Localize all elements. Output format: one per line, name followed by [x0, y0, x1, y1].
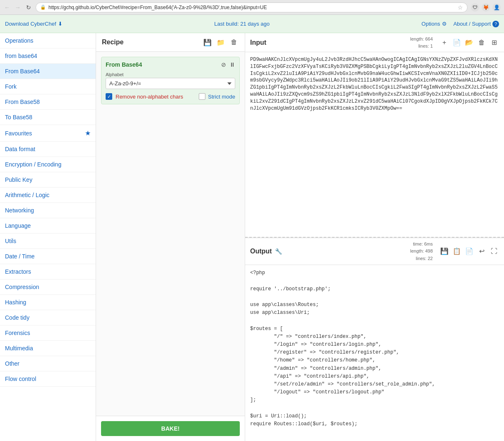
- input-open-button[interactable]: 📄: [452, 38, 462, 48]
- recipe-clear-button[interactable]: 🗑: [229, 37, 239, 47]
- recipe-actions: 💾 📁 🗑: [203, 37, 239, 47]
- sidebar-item-compression[interactable]: Compression: [0, 280, 96, 295]
- forward-button[interactable]: →: [14, 4, 22, 11]
- strict-mode-checkbox[interactable]: [199, 93, 205, 100]
- sidebar-item-multimedia[interactable]: Multimedia: [0, 341, 96, 356]
- browser-chrome: ← → ↻ 🔒 https://gchq.github.io/CyberChef…: [0, 0, 504, 15]
- options-button[interactable]: Options ⚙: [422, 21, 447, 27]
- sidebar-item-date-time[interactable]: Date / Time: [0, 249, 96, 264]
- input-add-button[interactable]: +: [439, 38, 449, 48]
- output-meta: time: 6ms length: 498 lines: 22: [410, 241, 433, 263]
- last-build-text: Last build: 21 days ago: [63, 21, 422, 27]
- output-time-value: 6ms: [424, 241, 433, 246]
- operation-disable-button[interactable]: ⊘: [221, 61, 226, 68]
- sidebar-item-encryption-encoding[interactable]: Encryption / Encoding: [0, 157, 96, 172]
- wrench-icon: 🔧: [275, 248, 282, 255]
- alphabet-select[interactable]: A-Za-z0-9+/= A-Za-z0-9-_= A-Za-z0-9+/: [106, 78, 235, 89]
- download-link[interactable]: Download CyberChef ⬇: [5, 21, 63, 27]
- download-icon: ⬇: [58, 21, 63, 27]
- recipe-header: Recipe 💾 📁 🗑: [96, 33, 245, 52]
- url-text: https://gchq.github.io/CyberChef/#recipe…: [48, 5, 455, 10]
- recipe-panel: Recipe 💾 📁 🗑 From Base64 ⊘ ⏸ Alphabet: [96, 33, 245, 441]
- sidebar-item-hashing[interactable]: Hashing: [0, 295, 96, 310]
- right-panel: Input length: 664 lines: 1 + 📄 📂 🗑 ⊞: [245, 33, 504, 441]
- sidebar-item-arithmetic-logic[interactable]: Arithmetic / Logic: [0, 188, 96, 203]
- sidebar-item-from-base64[interactable]: From Base64: [0, 64, 96, 79]
- sidebar-item-operations[interactable]: Operations: [0, 33, 96, 48]
- bake-button[interactable]: BAKE!: [101, 421, 240, 436]
- top-bar-actions: Options ⚙ About / Support ?: [422, 21, 499, 27]
- alphabet-label: Alphabet: [106, 72, 235, 77]
- browser-action-buttons: 🛡 🦊 👤: [471, 3, 501, 12]
- operation-pause-button[interactable]: ⏸: [229, 61, 235, 68]
- sidebar-item-to-base58[interactable]: To Base58: [0, 110, 96, 125]
- input-section: Input length: 664 lines: 1 + 📄 📂 🗑 ⊞: [245, 33, 504, 238]
- input-clear-button[interactable]: 🗑: [477, 38, 487, 48]
- input-grid-button[interactable]: ⊞: [489, 38, 499, 48]
- sidebar-item-flow-control[interactable]: Flow control: [0, 371, 96, 387]
- input-lines-label: lines:: [418, 43, 429, 48]
- sidebar-item-extractors[interactable]: Extractors: [0, 264, 96, 280]
- sidebar-item-other[interactable]: Other: [0, 356, 96, 371]
- output-time-label: time:: [413, 241, 423, 246]
- top-bar: Download CyberChef ⬇ Last build: 21 days…: [0, 15, 504, 33]
- bookmark-icon[interactable]: ☆: [458, 4, 463, 11]
- output-length-value: 498: [425, 248, 433, 253]
- sidebar-item-from-base58[interactable]: From Base58: [0, 94, 96, 110]
- output-header: Output 🔧 time: 6ms length: 498 lines: 22…: [245, 238, 504, 265]
- sidebar-item-utils[interactable]: Utils: [0, 234, 96, 249]
- input-length-value: 664: [425, 36, 433, 41]
- sidebar-item-from-base64-search[interactable]: from base64: [0, 48, 96, 64]
- lock-icon: 🔒: [40, 5, 46, 10]
- sidebar-item-public-key[interactable]: Public Key: [0, 172, 96, 188]
- extension-btn-1[interactable]: 🛡: [471, 3, 479, 12]
- operation-name: From Base64: [106, 61, 142, 68]
- output-fullscreen-button[interactable]: ⛶: [489, 246, 499, 256]
- sidebar-item-data-format[interactable]: Data format: [0, 142, 96, 157]
- strict-mode-area: Strict mode: [199, 93, 235, 100]
- recipe-load-button[interactable]: 📁: [216, 37, 226, 47]
- help-icon: ?: [492, 21, 499, 27]
- sidebar-item-forensics[interactable]: Forensics: [0, 325, 96, 341]
- output-save-button[interactable]: 💾: [439, 246, 449, 256]
- extension-btn-3[interactable]: 👤: [492, 3, 501, 12]
- recipe-title: Recipe: [102, 39, 123, 46]
- input-actions: + 📄 📂 🗑 ⊞: [439, 38, 499, 48]
- output-lines-value: 22: [428, 256, 433, 261]
- extension-btn-2[interactable]: 🦊: [482, 3, 490, 12]
- output-section: Output 🔧 time: 6ms length: 498 lines: 22…: [245, 238, 504, 441]
- address-bar[interactable]: 🔒 https://gchq.github.io/CyberChef/#reci…: [36, 2, 468, 12]
- output-open-button[interactable]: 📄: [464, 246, 474, 256]
- about-label: About / Support: [453, 21, 491, 27]
- output-copy-button[interactable]: 📋: [452, 246, 462, 256]
- output-undo-button[interactable]: ↩: [477, 246, 487, 256]
- alphabet-field: Alphabet A-Za-z0-9+/= A-Za-z0-9-_= A-Za-…: [106, 72, 235, 89]
- input-textarea[interactable]: PD9waHAKCnJlcXVpcmUgJy4uL2Jvb3RzdHJhcC5w…: [245, 52, 504, 237]
- strict-mode-label: Strict mode: [208, 94, 235, 100]
- back-button[interactable]: ←: [3, 4, 11, 11]
- options-label: Options: [422, 21, 440, 27]
- sidebar-item-networking[interactable]: Networking: [0, 203, 96, 218]
- output-textarea[interactable]: [245, 265, 504, 441]
- sidebar-item-favourites[interactable]: Favourites ★: [0, 125, 96, 142]
- input-length-label: length:: [410, 36, 424, 41]
- input-header: Input length: 664 lines: 1 + 📄 📂 🗑 ⊞: [245, 33, 504, 52]
- sidebar-item-language[interactable]: Language: [0, 218, 96, 234]
- recipe-save-button[interactable]: 💾: [203, 37, 212, 47]
- operation-header-actions: ⊘ ⏸: [221, 61, 235, 68]
- input-title: Input: [250, 39, 266, 46]
- star-icon: ★: [85, 129, 91, 137]
- about-button[interactable]: About / Support ?: [453, 21, 499, 27]
- input-meta: length: 664 lines: 1: [410, 36, 433, 49]
- sidebar-item-fork[interactable]: Fork: [0, 79, 96, 94]
- remove-nonalpha-checkbox[interactable]: ✓: [106, 93, 112, 100]
- sidebar-item-code-tidy[interactable]: Code tidy: [0, 310, 96, 325]
- input-open-folder-button[interactable]: 📂: [464, 38, 474, 48]
- remove-nonalpha-label: Remove non-alphabet chars: [116, 94, 195, 100]
- remove-nonalpha-row: ✓ Remove non-alphabet chars Strict mode: [106, 93, 235, 100]
- output-actions: 💾 📋 📄 ↩ ⛶: [439, 246, 499, 256]
- output-length-label: length:: [410, 248, 424, 253]
- operation-card-from-base64: From Base64 ⊘ ⏸ Alphabet A-Za-z0-9+/= A-…: [101, 57, 240, 104]
- main-layout: Operations from base64 From Base64 Fork …: [0, 33, 504, 441]
- refresh-button[interactable]: ↻: [25, 4, 32, 11]
